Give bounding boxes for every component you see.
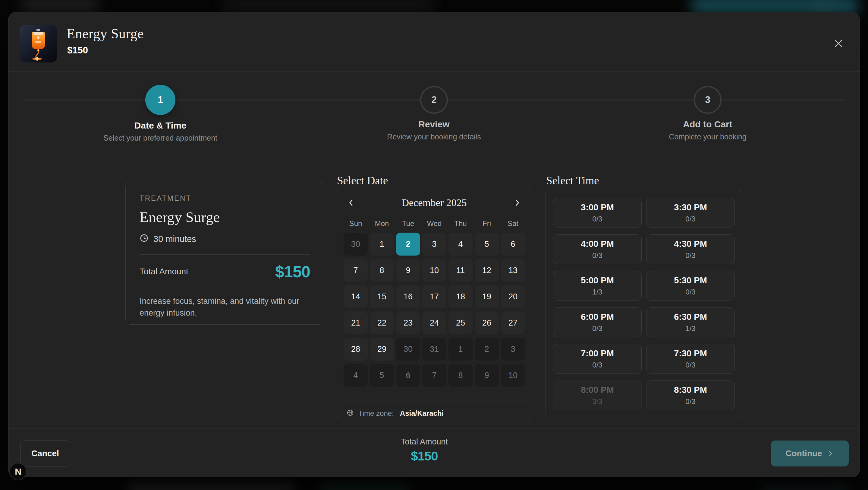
calendar-day[interactable]: 28: [344, 338, 368, 361]
footer-total-value: $150: [364, 449, 485, 463]
chevron-right-icon: [513, 198, 522, 208]
slot-time: 8:00 PM: [581, 385, 614, 395]
time-slot[interactable]: 3:00 PM0/3: [553, 198, 642, 228]
calendar-day[interactable]: 22: [370, 311, 394, 334]
time-picker-card: 3:00 PM0/33:30 PM0/34:00 PM0/34:30 PM0/3…: [546, 188, 741, 420]
calendar-day: 8: [448, 364, 472, 387]
calendar-day: 2: [475, 338, 499, 361]
calendar-day[interactable]: 24: [422, 311, 446, 334]
calendar-day[interactable]: 4: [448, 233, 472, 256]
calendar-grid: 3012345678910111213141516171819202122232…: [344, 233, 525, 387]
calendar-day[interactable]: 11: [448, 259, 472, 282]
calendar-day[interactable]: 12: [475, 259, 499, 282]
slot-capacity: 0/3: [685, 361, 695, 369]
nextjs-dev-badge[interactable]: N: [9, 463, 27, 480]
calendar-day: 6: [396, 364, 420, 387]
calendar-day[interactable]: 19: [475, 285, 499, 308]
step-number-badge: 3: [694, 86, 721, 114]
time-slot[interactable]: 5:30 PM0/3: [646, 271, 735, 300]
clock-icon: [140, 234, 149, 245]
time-slot[interactable]: 7:00 PM0/3: [553, 344, 642, 374]
backdrop-avatar-blur: [814, 0, 832, 13]
footer-total-label: Total Amount: [364, 437, 485, 446]
time-slot[interactable]: 4:30 PM0/3: [646, 234, 735, 264]
weekday-label: Wed: [422, 219, 446, 228]
calendar-day[interactable]: 3: [422, 233, 446, 256]
calendar-day[interactable]: 26: [475, 311, 499, 334]
treatment-label: TREATMENT: [140, 194, 310, 202]
calendar-day[interactable]: 21: [344, 311, 368, 334]
calendar-day[interactable]: 18: [448, 285, 472, 308]
timezone-value: Asia/Karachi: [400, 409, 444, 417]
globe-icon: [346, 409, 354, 418]
slot-capacity: 0/3: [592, 251, 602, 260]
slot-time: 7:30 PM: [674, 348, 707, 358]
calendar-day[interactable]: 23: [396, 311, 420, 334]
time-slot[interactable]: 3:30 PM0/3: [646, 198, 735, 228]
modal-price: $150: [67, 45, 88, 56]
time-slot[interactable]: 7:30 PM0/3: [646, 344, 735, 374]
calendar-day[interactable]: 7: [344, 259, 368, 282]
calendar-day[interactable]: 1: [370, 233, 394, 256]
calendar-day[interactable]: 25: [448, 311, 472, 334]
calendar-day[interactable]: 10: [422, 259, 446, 282]
select-time-heading: Select Time: [546, 174, 599, 187]
close-button[interactable]: [831, 36, 846, 52]
slot-capacity: 1/3: [685, 324, 695, 333]
cancel-button[interactable]: Cancel: [20, 440, 70, 466]
stepper-step-date-time: 1 Date & Time Select your preferred appo…: [55, 85, 266, 142]
calendar-day[interactable]: 14: [344, 285, 368, 308]
time-slot[interactable]: 4:00 PM0/3: [553, 234, 642, 264]
weekday-label: Thu: [448, 219, 472, 228]
slot-capacity: 0/3: [685, 251, 695, 260]
backdrop-footer-blur: [319, 483, 410, 490]
next-month-button[interactable]: [509, 195, 526, 211]
time-slot[interactable]: 8:30 PM0/3: [646, 380, 735, 410]
calendar-day-selected[interactable]: 2: [396, 233, 420, 256]
slot-capacity: 0/3: [592, 215, 602, 223]
calendar-day[interactable]: 17: [422, 285, 446, 308]
calendar-day: 10: [501, 364, 525, 387]
timezone-row: Time zone: Asia/Karachi: [346, 406, 444, 420]
card-divider: [140, 254, 310, 255]
calendar-day[interactable]: 15: [370, 285, 394, 308]
header-divider: [8, 71, 860, 71]
calendar-day: 9: [475, 364, 499, 387]
time-slot[interactable]: 6:30 PM1/3: [646, 308, 735, 337]
calendar-day[interactable]: 20: [501, 285, 525, 308]
calendar-day: 3: [501, 338, 525, 361]
booking-modal: Energy Surge $150 1 Date & Time Select y…: [8, 12, 860, 477]
step-title: Date & Time: [134, 120, 187, 131]
slot-capacity: 0/3: [685, 397, 695, 406]
stepper-step-review: 2 Review Review your booking details: [329, 85, 539, 141]
slot-capacity: 0/3: [685, 288, 695, 296]
slot-time: 3:30 PM: [674, 202, 707, 212]
time-slot[interactable]: 5:00 PM1/3: [553, 271, 642, 300]
calendar-day[interactable]: 8: [370, 259, 394, 282]
continue-button[interactable]: Continue: [771, 440, 849, 466]
step-number-badge: 2: [420, 86, 448, 114]
step-title: Review: [418, 119, 450, 129]
slot-capacity: 0/3: [592, 324, 602, 333]
slot-capacity: 0/3: [685, 215, 695, 223]
calendar-day[interactable]: 16: [396, 285, 420, 308]
calendar-day[interactable]: 9: [396, 259, 420, 282]
calendar-day: 4: [344, 364, 368, 387]
calendar-day[interactable]: 29: [370, 338, 394, 361]
slot-time: 3:00 PM: [581, 202, 614, 212]
backdrop-nav-blur: [223, 1, 434, 11]
slot-time: 6:00 PM: [581, 312, 614, 322]
slot-time: 6:30 PM: [674, 312, 707, 322]
treatment-duration: 30 minutes: [153, 234, 196, 244]
treatment-summary-card: TREATMENT Energy Surge 30 minutes Total …: [125, 181, 324, 325]
calendar-day[interactable]: 27: [501, 311, 525, 334]
calendar-day[interactable]: 6: [501, 233, 525, 256]
calendar-day[interactable]: 5: [475, 233, 499, 256]
calendar-day: 30: [344, 233, 368, 256]
calendar-day[interactable]: 13: [501, 259, 525, 282]
calendar-day: 30: [396, 338, 420, 361]
weekday-label: Sat: [501, 219, 525, 228]
weekday-label: Sun: [344, 219, 368, 228]
time-slot[interactable]: 6:00 PM0/3: [553, 308, 642, 337]
step-subtitle: Select your preferred appointment: [103, 134, 217, 142]
